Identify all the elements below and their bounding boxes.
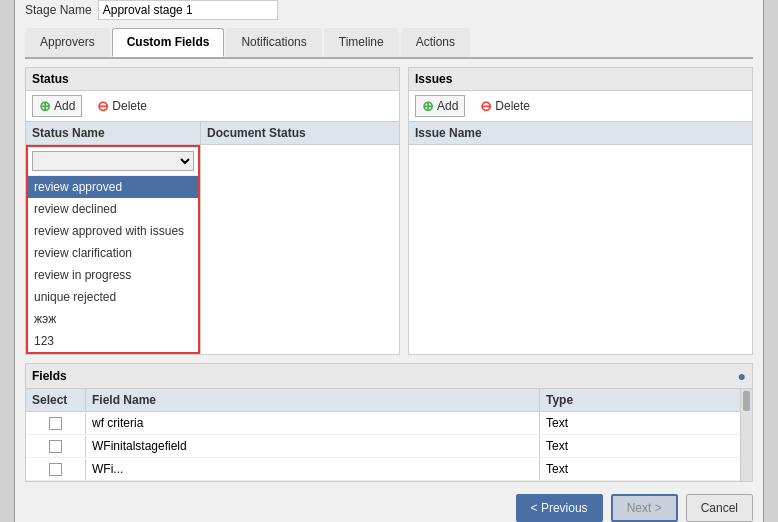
previous-button[interactable]: < Previous <box>516 494 603 522</box>
field-name-1: wf criteria <box>86 412 540 434</box>
field-type-1: Text <box>540 412 740 434</box>
field-select-3[interactable] <box>26 459 86 480</box>
status-title: Status <box>32 72 69 86</box>
checkbox-1[interactable] <box>49 417 62 430</box>
cancel-button[interactable]: Cancel <box>686 494 753 522</box>
fields-section: Fields ● Select Field Name Type wf crite… <box>25 363 753 482</box>
issues-title: Issues <box>415 72 452 86</box>
status-table-header: Status Name <box>26 122 200 145</box>
field-name-3: WFi... <box>86 458 540 480</box>
fields-header: Fields ● <box>26 364 752 389</box>
field-select-1[interactable] <box>26 413 86 434</box>
col-field-name: Field Name <box>86 389 540 411</box>
field-type-2: Text <box>540 435 740 457</box>
status-delete-label: Delete <box>112 99 147 113</box>
tabs-bar: Approvers Custom Fields Notifications Ti… <box>25 28 753 59</box>
col-document-status: Document Status <box>201 122 399 144</box>
delete-icon: ⊖ <box>97 98 109 114</box>
stage-name-label: Stage Name <box>25 3 92 17</box>
field-select-2[interactable] <box>26 436 86 457</box>
list-item[interactable]: review clarification <box>28 242 198 264</box>
status-add-label: Add <box>54 99 75 113</box>
col-issue-name: Issue Name <box>409 122 752 144</box>
fields-title: Fields <box>32 369 67 383</box>
status-delete-button[interactable]: ⊖ Delete <box>90 95 154 117</box>
issues-delete-button[interactable]: ⊖ Delete <box>473 95 537 117</box>
fields-info-icon: ● <box>738 368 746 384</box>
list-item[interactable]: review approved <box>28 176 198 198</box>
issues-toolbar: ⊕ Add ⊖ Delete <box>409 91 752 122</box>
issues-section-header: Issues <box>409 68 752 91</box>
tab-custom-fields[interactable]: Custom Fields <box>112 28 225 57</box>
col-select: Select <box>26 389 86 411</box>
tab-actions[interactable]: Actions <box>401 28 470 57</box>
status-dropdown[interactable] <box>32 151 194 171</box>
list-item[interactable]: review in progress <box>28 264 198 286</box>
table-row: WFi... Text <box>26 458 740 481</box>
status-section: Status ⊕ Add ⊖ Delete Status Name <box>25 67 400 355</box>
footer: < Previous Next > Cancel <box>25 490 753 522</box>
table-row: wf criteria Text <box>26 412 740 435</box>
add-icon: ⊕ <box>422 98 434 114</box>
fields-table-header: Select Field Name Type <box>26 389 740 412</box>
issues-section: Issues ⊕ Add ⊖ Delete Issue Name <box>408 67 753 355</box>
scrollbar-thumb[interactable] <box>743 391 750 411</box>
checkbox-2[interactable] <box>49 440 62 453</box>
list-item[interactable]: review approved with issues <box>28 220 198 242</box>
issues-delete-label: Delete <box>495 99 530 113</box>
table-row: WFinitalstagefield Text <box>26 435 740 458</box>
tab-approvers[interactable]: Approvers <box>25 28 110 57</box>
status-list: review approved review declined review a… <box>26 145 200 354</box>
status-toolbar: ⊕ Add ⊖ Delete <box>26 91 399 122</box>
next-button[interactable]: Next > <box>611 494 678 522</box>
add-icon: ⊕ <box>39 98 51 114</box>
tab-timeline[interactable]: Timeline <box>324 28 399 57</box>
stage-name-row: Stage Name <box>25 0 753 20</box>
checkbox-3[interactable] <box>49 463 62 476</box>
fields-list: wf criteria Text WFinitalstagefield Text… <box>26 412 740 481</box>
doc-status-header: Document Status <box>201 122 399 145</box>
status-add-button[interactable]: ⊕ Add <box>32 95 82 117</box>
status-section-header: Status <box>26 68 399 91</box>
col-status-name: Status Name <box>26 122 201 144</box>
col-type: Type <box>540 389 740 411</box>
status-dropdown-row <box>28 147 198 176</box>
main-dialog: Stage Name Approvers Custom Fields Notif… <box>14 0 764 522</box>
field-type-3: Text <box>540 458 740 480</box>
scrollbar[interactable] <box>740 389 752 481</box>
status-issues-row: Status ⊕ Add ⊖ Delete Status Name <box>25 67 753 355</box>
list-item[interactable]: unique rejected <box>28 286 198 308</box>
list-item[interactable]: review declined <box>28 198 198 220</box>
issues-table-header: Issue Name <box>409 122 752 145</box>
issues-add-button[interactable]: ⊕ Add <box>415 95 465 117</box>
list-item[interactable]: жэж <box>28 308 198 330</box>
list-item[interactable]: 123 <box>28 330 198 352</box>
issues-add-label: Add <box>437 99 458 113</box>
stage-name-input[interactable] <box>98 0 278 20</box>
delete-icon: ⊖ <box>480 98 492 114</box>
tab-notifications[interactable]: Notifications <box>226 28 321 57</box>
field-name-2: WFinitalstagefield <box>86 435 540 457</box>
